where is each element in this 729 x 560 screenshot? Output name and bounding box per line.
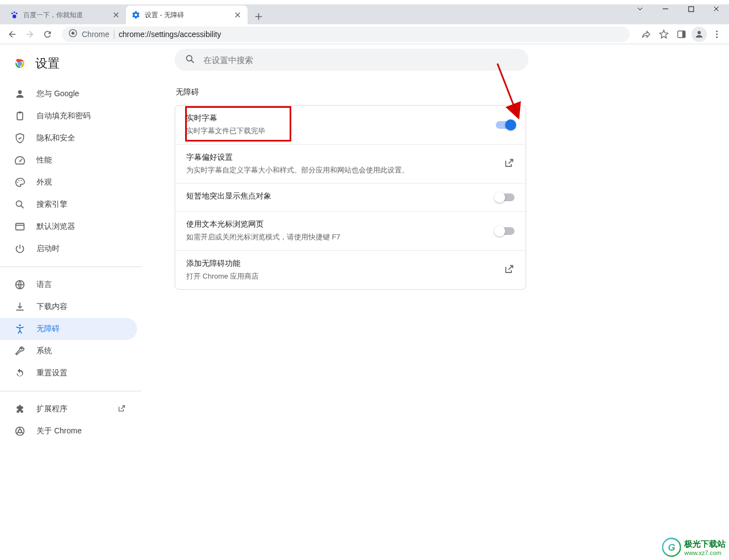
row-title: 短暂地突出显示焦点对象	[186, 191, 487, 201]
sidebar-item-accessibility[interactable]: 无障碍	[0, 318, 137, 340]
gear-favicon-icon	[132, 11, 140, 19]
svg-rect-4	[689, 7, 694, 12]
tab-close-button[interactable]	[112, 11, 120, 19]
share-button[interactable]	[638, 27, 654, 42]
svg-rect-19	[19, 112, 22, 113]
side-panel-button[interactable]	[674, 27, 689, 42]
row-live-caption: 实时字幕 实时字幕文件已下载完毕	[175, 106, 526, 145]
row-title: 使用文本光标浏览网页	[186, 219, 487, 229]
tab-strip: 百度一下，你就知道 设置 - 无障碍	[0, 4, 729, 24]
omnibox-divider	[114, 30, 114, 39]
sidebar-item-downloads[interactable]: 下载内容	[0, 296, 137, 318]
nav-label: 默认浏览器	[36, 222, 75, 232]
settings-search-input[interactable]	[203, 55, 518, 65]
sidebar-item-system[interactable]: 系统	[0, 340, 137, 362]
row-subtitle: 打开 Chrome 应用商店	[186, 271, 495, 282]
nav-label: 自动填充和密码	[36, 111, 91, 121]
external-link-icon	[117, 404, 126, 415]
nav-divider	[0, 266, 141, 267]
svg-point-17	[18, 90, 22, 94]
svg-text:G: G	[668, 542, 675, 553]
row-caption-preferences[interactable]: 字幕偏好设置 为实时字幕自定义字幕大小和样式。部分应用和网站也会使用此设置。	[175, 145, 526, 184]
nav-label: 扩展程序	[36, 404, 67, 414]
speed-icon	[14, 155, 25, 166]
row-add-accessibility[interactable]: 添加无障碍功能 打开 Chrome 应用商店	[175, 251, 526, 290]
sidebar-nav-primary: 您与 Google 自动填充和密码 隐私和安全 性能 外观 搜索引擎	[0, 83, 141, 260]
bookmark-button[interactable]	[656, 27, 672, 42]
nav-label: 外观	[36, 177, 52, 187]
tab-close-button[interactable]	[233, 11, 242, 19]
svg-point-12	[716, 36, 718, 38]
sidebar-item-search-engine[interactable]: 搜索引擎	[0, 193, 137, 216]
sidebar-item-reset[interactable]: 重置设置	[0, 362, 137, 384]
svg-point-10	[716, 30, 718, 32]
nav-label: 您与 Google	[36, 89, 79, 99]
browser-tab-settings[interactable]: 设置 - 无障碍	[126, 6, 248, 24]
svg-point-16	[19, 62, 21, 65]
nav-label: 语言	[36, 280, 52, 290]
browser-tab-baidu[interactable]: 百度一下，你就知道	[4, 6, 126, 24]
svg-point-2	[16, 13, 18, 14]
nav-divider	[0, 391, 141, 391]
sidebar-item-default-browser[interactable]: 默认浏览器	[0, 216, 137, 238]
svg-rect-25	[16, 223, 24, 230]
reload-button[interactable]	[40, 27, 55, 42]
clipboard-icon	[14, 111, 25, 122]
nav-label: 搜索引擎	[36, 200, 67, 210]
nav-label: 无障碍	[36, 324, 60, 334]
external-link-icon	[504, 158, 515, 170]
watermark-title: 极光下载站	[684, 539, 726, 549]
svg-point-9	[697, 31, 701, 34]
live-caption-toggle[interactable]	[496, 121, 515, 129]
browser-toolbar: Chrome chrome://settings/accessibility	[0, 24, 729, 44]
nav-label: 性能	[36, 155, 52, 165]
accessibility-card: 实时字幕 实时字幕文件已下载完毕 字幕偏好设置 为实时字幕自定义字幕大小和样式。…	[175, 105, 526, 290]
window-dropdown-button[interactable]	[627, 0, 653, 18]
svg-point-29	[18, 430, 22, 433]
sidebar-item-on-startup[interactable]: 启动时	[0, 238, 137, 260]
palette-icon	[14, 177, 25, 188]
window-maximize-button[interactable]	[678, 0, 704, 18]
svg-point-24	[16, 201, 22, 206]
window-minimize-button[interactable]	[653, 0, 678, 18]
watermark-url: www.xz7.com	[684, 549, 726, 556]
sidebar-item-performance[interactable]: 性能	[0, 149, 137, 171]
nav-label: 重置设置	[36, 368, 67, 378]
search-icon	[14, 199, 25, 210]
svg-point-23	[21, 180, 22, 181]
nav-label: 系统	[36, 346, 52, 356]
sidebar-item-languages[interactable]: 语言	[0, 274, 137, 296]
url-scheme-label: Chrome	[82, 30, 109, 39]
nav-label: 下载内容	[36, 302, 67, 312]
restore-icon	[14, 368, 25, 379]
settings-search-bar[interactable]	[175, 49, 528, 71]
caret-browsing-toggle[interactable]	[496, 227, 515, 235]
person-icon	[14, 88, 25, 100]
sidebar-item-privacy[interactable]: 隐私和安全	[0, 127, 137, 149]
row-focus-highlight: 短暂地突出显示焦点对象	[175, 184, 526, 212]
svg-rect-18	[17, 112, 23, 119]
new-tab-button[interactable]	[251, 9, 266, 24]
svg-point-22	[18, 180, 19, 181]
tab-title: 百度一下，你就知道	[23, 11, 107, 20]
svg-rect-8	[683, 31, 685, 38]
row-subtitle: 如需开启或关闭光标浏览模式，请使用快捷键 F7	[186, 232, 487, 243]
focus-highlight-toggle[interactable]	[496, 193, 515, 201]
profile-avatar-button[interactable]	[691, 27, 707, 42]
nav-label: 启动时	[36, 244, 60, 254]
sidebar-item-you-and-google[interactable]: 您与 Google	[0, 83, 137, 105]
menu-button[interactable]	[709, 27, 725, 42]
sidebar-item-autofill[interactable]: 自动填充和密码	[0, 105, 137, 127]
sidebar-item-about-chrome[interactable]: 关于 Chrome	[0, 420, 137, 442]
extension-icon	[14, 404, 25, 415]
svg-point-0	[12, 13, 13, 14]
row-title: 字幕偏好设置	[186, 153, 495, 163]
sidebar-item-extensions[interactable]: 扩展程序	[0, 398, 137, 420]
forward-button[interactable]	[22, 27, 38, 42]
window-close-button[interactable]	[704, 0, 729, 18]
address-bar[interactable]: Chrome chrome://settings/accessibility	[62, 27, 630, 42]
svg-point-30	[186, 55, 192, 61]
sidebar-item-appearance[interactable]: 外观	[0, 171, 137, 193]
back-button[interactable]	[4, 27, 20, 42]
settings-main: 无障碍 实时字幕 实时字幕文件已下载完毕 字幕偏好设置 为实时字幕自定义字幕大小…	[141, 44, 729, 560]
